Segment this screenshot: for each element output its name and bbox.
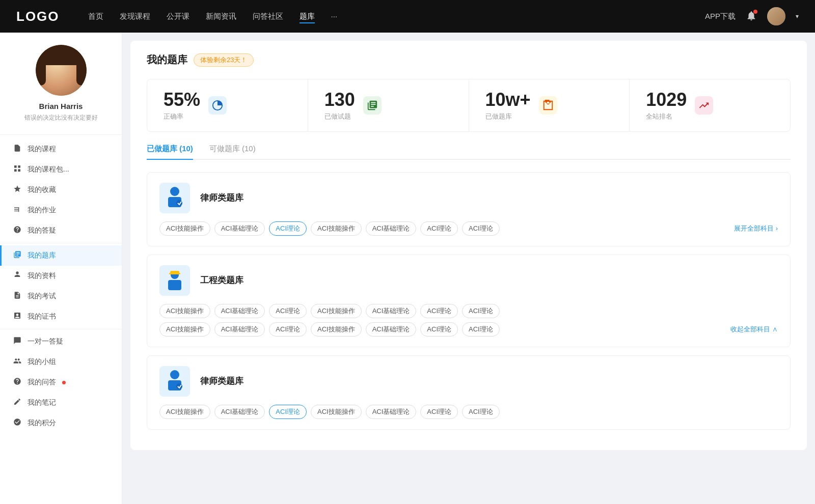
star-icon [12, 185, 22, 195]
qbank-card-2-header: 工程类题库 [159, 265, 778, 296]
qbank-icon [12, 250, 22, 261]
svg-rect-0 [14, 165, 17, 168]
stat-done-questions: 130 已做试题 [308, 79, 469, 131]
qbank-card-1: 律师类题库 ACI技能操作 ACI基础理论 ACI理论 ACI技能操作 ACI基… [147, 172, 791, 246]
nav-discover[interactable]: 发现课程 [120, 10, 150, 23]
trial-badge: 体验剩余23天！ [194, 53, 254, 67]
tag-1-1[interactable]: ACI技能操作 [159, 221, 210, 236]
sidebar-item-mydata[interactable]: 我的资料 [0, 266, 122, 286]
svg-rect-1 [18, 165, 20, 168]
lawyer-figure-icon [164, 186, 186, 210]
sidebar-item-group[interactable]: 我的小组 [0, 352, 122, 372]
notification-bell[interactable] [746, 10, 757, 23]
nav-more[interactable]: ··· [331, 10, 338, 23]
tag-3-2[interactable]: ACI基础理论 [214, 405, 265, 419]
list-icon [367, 100, 378, 111]
sidebar-item-cert[interactable]: 我的证书 [0, 306, 122, 327]
sidebar-label-course: 我的课程 [28, 145, 56, 154]
tag-2-1-5[interactable]: ACI基础理论 [366, 304, 417, 318]
tag-2-2-1[interactable]: ACI技能操作 [159, 322, 210, 337]
svg-rect-2 [14, 169, 17, 172]
tag-2-2-4[interactable]: ACI技能操作 [311, 322, 362, 337]
done-questions-icon [363, 96, 382, 115]
qbank-card-3-icon [159, 366, 190, 397]
sidebar-label-qbank: 我的题库 [28, 251, 56, 260]
sidebar-item-homework[interactable]: 我的作业 [0, 200, 122, 220]
sidebar-label-myqa: 我的答疑 [28, 226, 56, 235]
sidebar-item-course[interactable]: 我的课程 [0, 139, 122, 159]
sidebar-item-coursepack[interactable]: 我的课程包... [0, 159, 122, 180]
svg-rect-3 [18, 169, 20, 172]
tag-1-2[interactable]: ACI基础理论 [214, 221, 265, 236]
tag-2-2-5[interactable]: ACI基础理论 [366, 322, 417, 337]
tag-3-6[interactable]: ACI理论 [420, 405, 458, 419]
tag-1-6[interactable]: ACI理论 [420, 221, 458, 236]
tag-2-2-7[interactable]: ACI理论 [462, 322, 500, 337]
nav-qbank[interactable]: 题库 [300, 10, 315, 23]
tab-todo[interactable]: 可做题库 (10) [209, 144, 256, 159]
tag-3-1[interactable]: ACI技能操作 [159, 405, 210, 419]
tag-2-1-4[interactable]: ACI技能操作 [311, 304, 362, 318]
nav-home[interactable]: 首页 [88, 10, 103, 23]
qbank-card-2-tags-row2: ACI技能操作 ACI基础理论 ACI理论 ACI技能操作 ACI基础理论 AC… [159, 322, 778, 337]
expand-link-1[interactable]: 展开全部科目 › [734, 224, 778, 233]
sidebar-label-group: 我的小组 [28, 357, 56, 367]
tag-2-1-7[interactable]: ACI理论 [462, 304, 500, 318]
sidebar-label-points: 我的积分 [28, 418, 56, 428]
stats-row: 55% 正确率 130 已做试题 [147, 79, 791, 132]
pie-chart-icon [212, 100, 223, 111]
profile-motto: 错误的决定比没有决定要好 [24, 114, 98, 122]
qbank-card-3-header: 律师类题库 [159, 366, 778, 397]
tag-3-4[interactable]: ACI技能操作 [311, 405, 362, 419]
tag-2-2-6[interactable]: ACI理论 [420, 322, 458, 337]
sidebar-item-myanswer[interactable]: 我的问答 [0, 372, 122, 393]
done-banks-icon [539, 96, 557, 115]
tag-3-3[interactable]: ACI理论 [269, 405, 307, 419]
tag-1-7[interactable]: ACI理论 [462, 221, 500, 236]
tag-1-3[interactable]: ACI理论 [269, 221, 307, 236]
qbank-card-2-title: 工程类题库 [200, 274, 243, 286]
sidebar-item-points[interactable]: 我的积分 [0, 413, 122, 433]
sidebar-item-1on1[interactable]: 一对一答疑 [0, 331, 122, 352]
bell-notification-dot [753, 10, 757, 14]
stat-done-banks: 10w+ 已做题库 [469, 79, 630, 131]
sidebar-label-notes: 我的笔记 [28, 398, 56, 407]
tag-3-7[interactable]: ACI理论 [462, 405, 500, 419]
sidebar-item-qa[interactable]: 我的答疑 [0, 220, 122, 241]
group-icon [12, 357, 22, 367]
qbank-card-2-tags-row1: ACI技能操作 ACI基础理论 ACI理论 ACI技能操作 ACI基础理论 AC… [159, 304, 778, 318]
nav-qa[interactable]: 问答社区 [253, 10, 283, 23]
tag-1-5[interactable]: ACI基础理论 [366, 221, 417, 236]
tab-done[interactable]: 已做题库 (10) [147, 144, 193, 159]
homework-icon [12, 205, 22, 215]
sidebar-item-favorites[interactable]: 我的收藏 [0, 180, 122, 200]
nav-opencourse[interactable]: 公开课 [167, 10, 189, 23]
sidebar-item-qbank[interactable]: 我的题库 [0, 245, 122, 266]
user-avatar[interactable] [767, 7, 785, 25]
stat-accuracy-value: 55% [164, 90, 200, 110]
sidebar-item-exam[interactable]: 我的考试 [0, 286, 122, 306]
page-title: 我的题库 [147, 53, 187, 67]
sidebar-item-notes[interactable]: 我的笔记 [0, 393, 122, 413]
sidebar-divider-1 [0, 243, 122, 243]
tag-2-2-2[interactable]: ACI基础理论 [214, 322, 265, 337]
stat-ranking-label: 全站排名 [646, 112, 687, 121]
app-download-link[interactable]: APP下载 [705, 12, 736, 21]
nav-news[interactable]: 新闻资讯 [206, 10, 236, 23]
profile-name: Brian Harris [39, 102, 83, 110]
answer-notification-dot [62, 381, 66, 384]
tag-2-1-3[interactable]: ACI理论 [269, 304, 307, 318]
coursepack-icon [12, 164, 22, 175]
course-icon [12, 144, 22, 154]
tag-3-5[interactable]: ACI基础理论 [366, 405, 417, 419]
tag-2-2-3[interactable]: ACI理论 [269, 322, 307, 337]
logo: LOGO [16, 9, 60, 24]
tag-2-1-2[interactable]: ACI基础理论 [214, 304, 265, 318]
tag-2-1-1[interactable]: ACI技能操作 [159, 304, 210, 318]
tag-2-1-6[interactable]: ACI理论 [420, 304, 458, 318]
avatar-chevron-icon[interactable]: ▾ [796, 13, 799, 20]
collapse-link-2[interactable]: 收起全部科目 ∧ [730, 325, 778, 334]
accuracy-icon [208, 96, 227, 115]
tag-1-4[interactable]: ACI技能操作 [311, 221, 362, 236]
chart-icon [698, 100, 710, 111]
